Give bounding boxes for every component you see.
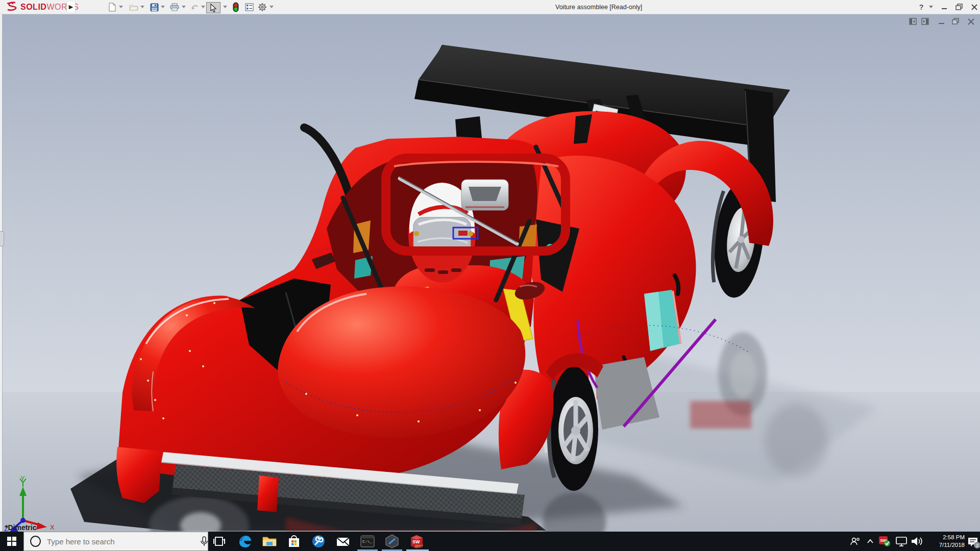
doc-minimize-button[interactable]: [937, 17, 945, 26]
tray-clock[interactable]: 2:58 PM 7/11/2018: [923, 534, 965, 549]
doc-restore-button[interactable]: [951, 17, 960, 26]
sw-year: 2017: [415, 544, 423, 548]
mail-icon[interactable]: [335, 534, 351, 548]
people-icon[interactable]: [848, 536, 862, 546]
save-dropdown-caret[interactable]: [161, 6, 165, 8]
taskbar-search[interactable]: [23, 532, 208, 551]
brand-solid: SOLID: [20, 3, 46, 12]
undo-button[interactable]: [190, 2, 200, 12]
view-orientation-label: *Dimetric: [5, 523, 37, 532]
select-dropdown-caret[interactable]: [223, 6, 227, 8]
notification-count-badge: 2: [974, 542, 980, 548]
solidworks-status-icon[interactable]: SW: [878, 536, 891, 546]
menu-flyout-arrow[interactable]: ▶: [66, 2, 76, 12]
triad-x-label: X: [50, 523, 55, 531]
open-button[interactable]: [129, 2, 139, 12]
cortana-icon: [30, 536, 41, 547]
print-dropdown-caret[interactable]: [182, 6, 186, 8]
windows-taskbar: C:\_ SW2017 SW 2:58 PM 7/11/2018: [0, 532, 980, 551]
model-canvas[interactable]: X Y Z *Dimetric: [0, 14, 980, 532]
command-prompt-icon[interactable]: C:\_: [359, 534, 376, 548]
help-dropdown-caret[interactable]: [929, 6, 933, 8]
feature-panel-collapsed-strip[interactable]: [0, 14, 3, 532]
network-display-icon[interactable]: [894, 536, 909, 546]
open-dropdown-caret[interactable]: [140, 6, 144, 8]
settings-wrench-icon[interactable]: [310, 534, 327, 548]
window-title: Voiture assomblee [Read-only]: [555, 4, 642, 11]
help-button[interactable]: ?: [917, 0, 926, 14]
doc-close-button[interactable]: [967, 17, 975, 26]
sw-letters: SW: [412, 539, 420, 544]
hexagon-app-icon[interactable]: [384, 534, 400, 548]
close-button[interactable]: [969, 0, 980, 14]
tray-date: 7/11/2018: [923, 541, 965, 549]
graphics-viewport[interactable]: X Y Z *Dimetric: [0, 14, 980, 532]
minimize-button[interactable]: [939, 0, 949, 14]
solidworks-2017-icon[interactable]: SW2017: [408, 534, 425, 548]
rear-view-mirror: [461, 180, 508, 210]
panel-splitter-tab[interactable]: [0, 231, 4, 246]
restore-button[interactable]: [953, 0, 965, 14]
windows-logo-icon: [7, 537, 16, 546]
edge-icon[interactable]: [237, 534, 253, 548]
file-properties-button[interactable]: [244, 2, 254, 12]
triad-y-label: Y: [20, 474, 25, 482]
select-tool-button[interactable]: [206, 2, 220, 13]
new-document-button[interactable]: [107, 2, 117, 12]
dock-right-icon[interactable]: [921, 17, 929, 26]
rebuild-traffic-light-button[interactable]: [231, 2, 241, 12]
solidworks-logo-icon: [5, 2, 20, 13]
undo-dropdown-caret[interactable]: [201, 6, 205, 8]
app-title-bar: SOLIDWORKS ▶ Voiture assomblee [Read-onl…: [0, 0, 980, 14]
cmd-prompt-text: C:\_: [362, 539, 372, 544]
file-explorer-icon[interactable]: [261, 534, 278, 548]
volume-icon[interactable]: [910, 536, 924, 546]
task-view-button[interactable]: [211, 534, 228, 548]
start-button[interactable]: [0, 532, 23, 551]
tray-time: 2:58 PM: [923, 534, 965, 541]
tray-chevron-up-icon[interactable]: [865, 536, 876, 546]
save-button[interactable]: [149, 2, 159, 12]
dock-left-icon[interactable]: [909, 17, 917, 26]
store-icon[interactable]: [286, 534, 302, 548]
search-input[interactable]: [46, 537, 168, 546]
new-dropdown-caret[interactable]: [119, 6, 123, 8]
print-button[interactable]: [169, 2, 180, 12]
options-gear-button[interactable]: [257, 2, 267, 12]
microphone-icon[interactable]: [200, 536, 208, 546]
options-dropdown-caret[interactable]: [270, 6, 274, 8]
